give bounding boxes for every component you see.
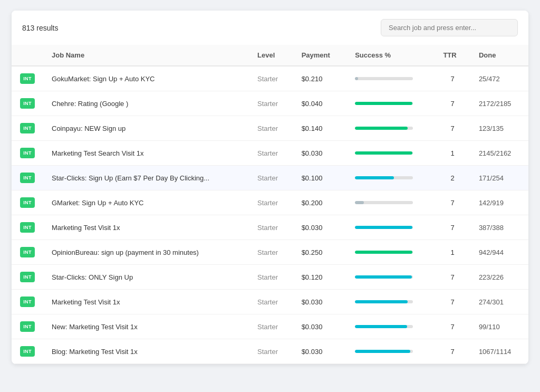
progress-bar-fill — [355, 201, 364, 204]
col-payment: Payment — [293, 45, 347, 66]
progress-bar-fill — [355, 325, 407, 328]
table-header: Job Name Level Payment Success % TTR Don… — [12, 45, 528, 66]
payment-cell: $0.030 — [293, 215, 347, 240]
progress-bar-fill — [355, 350, 410, 353]
job-name-cell[interactable]: Chehre: Rating (Google ) — [43, 91, 249, 116]
table-row[interactable]: INTGokuMarket: Sign Up + Auto KYCStarter… — [12, 66, 528, 91]
table-row[interactable]: INTNew: Marketing Test Visit 1xStarter$0… — [12, 314, 528, 339]
done-cell: 942/944 — [470, 240, 528, 265]
search-input[interactable] — [389, 24, 510, 32]
payment-cell: $0.040 — [293, 91, 347, 116]
job-name-cell[interactable]: Blog: Marketing Test Visit 1x — [43, 339, 249, 364]
search-box[interactable] — [381, 19, 518, 36]
progress-bar-fill — [355, 226, 412, 229]
job-title-text: Marketing Test Search Visit 1x — [52, 149, 143, 157]
job-name-cell[interactable]: GokuMarket: Sign Up + Auto KYC — [43, 66, 249, 91]
int-badge: INT — [20, 346, 35, 357]
int-badge: INT — [20, 272, 35, 282]
success-cell — [346, 116, 435, 141]
badge-cell: INT — [12, 141, 43, 166]
badge-cell: INT — [12, 339, 43, 364]
table-row[interactable]: INTChehre: Rating (Google )Starter$0.040… — [12, 91, 528, 116]
badge-cell: INT — [12, 314, 43, 339]
col-done: Done — [470, 45, 528, 66]
int-badge: INT — [20, 247, 35, 257]
job-name-cell[interactable]: Marketing Test Visit 1x — [43, 290, 249, 314]
col-success: Success % — [346, 45, 435, 66]
jobs-table: Job Name Level Payment Success % TTR Don… — [12, 45, 528, 364]
table-wrapper: Job Name Level Payment Success % TTR Don… — [12, 45, 528, 364]
payment-cell: $0.200 — [293, 190, 347, 215]
success-cell — [346, 190, 435, 215]
progress-bar-bg — [355, 251, 413, 254]
level-cell: Starter — [249, 265, 293, 290]
done-cell: 123/135 — [470, 116, 528, 141]
job-title-text: Star-Clicks: ONLY Sign Up — [52, 273, 133, 281]
table-body: INTGokuMarket: Sign Up + Auto KYCStarter… — [12, 66, 528, 364]
done-cell: 171/254 — [470, 166, 528, 190]
done-cell: 1067/1114 — [470, 339, 528, 364]
progress-bar-fill — [355, 151, 412, 155]
badge-cell: INT — [12, 240, 43, 265]
done-cell: 2172/2185 — [470, 91, 528, 116]
success-cell — [346, 314, 435, 339]
job-title-text: GMarket: Sign Up + Auto KYC — [52, 199, 144, 207]
int-badge: INT — [20, 148, 35, 158]
level-cell: Starter — [249, 314, 293, 339]
success-cell — [346, 91, 435, 116]
job-name-cell[interactable]: OpinionBureau: sign up (payment in 30 mi… — [43, 240, 249, 265]
level-cell: Starter — [249, 240, 293, 265]
table-row[interactable]: INTMarketing Test Search Visit 1xStarter… — [12, 141, 528, 166]
job-name-cell[interactable]: Marketing Test Search Visit 1x — [43, 141, 249, 166]
level-cell: Starter — [249, 91, 293, 116]
done-cell: 274/301 — [470, 290, 528, 314]
badge-cell: INT — [12, 290, 43, 314]
job-name-cell[interactable]: Star-Clicks: Sign Up (Earn $7 Per Day By… — [43, 166, 249, 190]
level-cell: Starter — [249, 215, 293, 240]
level-cell: Starter — [249, 166, 293, 190]
payment-cell: $0.030 — [293, 290, 347, 314]
success-cell — [346, 265, 435, 290]
job-name-cell[interactable]: New: Marketing Test Visit 1x — [43, 314, 249, 339]
job-name-cell[interactable]: Coinpayu: NEW Sign up — [43, 116, 249, 141]
done-cell: 387/388 — [470, 215, 528, 240]
table-row[interactable]: INTCoinpayu: NEW Sign upStarter$0.140712… — [12, 116, 528, 141]
payment-cell: $0.100 — [293, 166, 347, 190]
progress-bar-bg — [355, 300, 413, 303]
success-cell — [346, 339, 435, 364]
col-level: Level — [249, 45, 293, 66]
table-row[interactable]: INTMarketing Test Visit 1xStarter$0.0307… — [12, 215, 528, 240]
table-row[interactable]: INTOpinionBureau: sign up (payment in 30… — [12, 240, 528, 265]
success-cell — [346, 141, 435, 166]
progress-bar-bg — [355, 201, 413, 204]
top-bar: 813 results — [12, 11, 528, 45]
progress-bar-bg — [355, 275, 413, 279]
int-badge: INT — [20, 197, 35, 208]
success-cell — [346, 240, 435, 265]
payment-cell: $0.250 — [293, 240, 347, 265]
badge-cell: INT — [12, 166, 43, 190]
progress-bar-bg — [355, 77, 413, 80]
table-row[interactable]: INTGMarket: Sign Up + Auto KYCStarter$0.… — [12, 190, 528, 215]
job-name-cell[interactable]: Marketing Test Visit 1x — [43, 215, 249, 240]
table-row[interactable]: INTStar-Clicks: Sign Up (Earn $7 Per Day… — [12, 166, 528, 190]
table-row[interactable]: INTStar-Clicks: ONLY Sign UpStarter$0.12… — [12, 265, 528, 290]
ttr-cell: 1 — [435, 240, 470, 265]
done-cell: 142/919 — [470, 190, 528, 215]
level-cell: Starter — [249, 66, 293, 91]
ttr-cell: 7 — [435, 339, 470, 364]
job-title-text: Chehre: Rating (Google ) — [52, 100, 128, 108]
table-row[interactable]: INTMarketing Test Visit 1xStarter$0.0307… — [12, 290, 528, 314]
payment-cell: $0.030 — [293, 314, 347, 339]
payment-cell: $0.030 — [293, 141, 347, 166]
col-job-name: Job Name — [43, 45, 249, 66]
ttr-cell: 2 — [435, 166, 470, 190]
level-cell: Starter — [249, 116, 293, 141]
progress-bar-fill — [355, 300, 408, 303]
progress-bar-fill — [355, 127, 408, 130]
job-name-cell[interactable]: GMarket: Sign Up + Auto KYC — [43, 190, 249, 215]
job-title-text: GokuMarket: Sign Up + Auto KYC — [52, 75, 155, 83]
table-row[interactable]: INTBlog: Marketing Test Visit 1xStarter$… — [12, 339, 528, 364]
progress-bar-bg — [355, 350, 413, 353]
job-name-cell[interactable]: Star-Clicks: ONLY Sign Up — [43, 265, 249, 290]
